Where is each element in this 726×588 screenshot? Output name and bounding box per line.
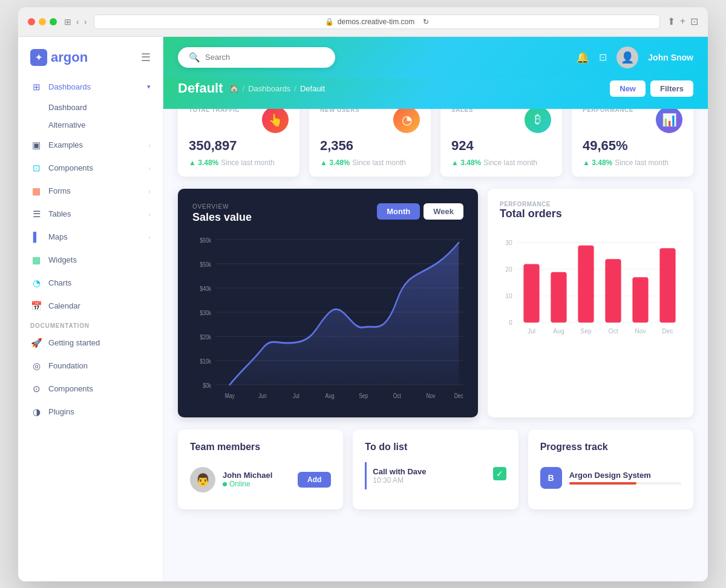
avatar: 👤 <box>616 47 638 68</box>
header-icons: 🔔 ⊡ 👤 John Snow <box>576 47 693 68</box>
svg-rect-32 <box>578 245 594 322</box>
url-bar[interactable]: 🔒 demos.creative-tim.com ↻ <box>94 15 659 29</box>
todo-check-icon[interactable]: ✓ <box>493 467 506 480</box>
search-input[interactable] <box>205 53 324 62</box>
stat-value: 350,897 <box>189 138 289 154</box>
url-text: demos.creative-tim.com <box>338 18 414 26</box>
chart-title-area: OVERVIEW Sales value <box>192 203 252 224</box>
breadcrumb-dashboards[interactable]: Dashboards <box>248 84 290 93</box>
sidebar: ✦ argon ☰ ⊞ Dashboards ▾ Dashboard Alter… <box>18 37 163 581</box>
sidebar-item-getting-started[interactable]: 🚀 Getting started <box>18 332 163 354</box>
svg-text:Oct: Oct <box>393 391 401 399</box>
stat-card-traffic: TOTAL TRAFFIC 👆 350,897 ▲ 3.48% Since la… <box>178 109 299 177</box>
stat-card-users: NEW USERS ◔ 2,356 ▲ 3.48% Since last mon… <box>309 109 431 177</box>
close-button[interactable] <box>28 18 35 25</box>
stats-row: TOTAL TRAFFIC 👆 350,897 ▲ 3.48% Since la… <box>178 109 693 177</box>
sidebar-item-components[interactable]: ⊡ Components › <box>18 157 163 180</box>
sidebar-item-tables[interactable]: ☰ Tables › <box>18 203 163 226</box>
stat-change: ▲ 3.48% Since last month <box>320 158 420 167</box>
sidebar-item-calendar[interactable]: 📅 Calendar <box>18 295 163 318</box>
forward-icon[interactable]: › <box>84 17 87 27</box>
svg-text:0: 0 <box>509 319 512 325</box>
chevron-right-icon: › <box>148 142 151 149</box>
sales-chart-area: $60k $50k $40k $30k $20k $10k $0k May Ju… <box>192 234 463 403</box>
sidebar-toggle-icon[interactable]: ⊞ <box>64 17 71 27</box>
tabs-icon[interactable]: ⊡ <box>690 16 698 27</box>
member-name: John Michael <box>223 471 290 480</box>
svg-text:$0k: $0k <box>203 381 211 388</box>
svg-text:Sep: Sep <box>580 327 592 334</box>
sidebar-item-maps[interactable]: ▌ Maps › <box>18 226 163 249</box>
minimize-button[interactable] <box>39 18 46 25</box>
sidebar-item-dashboards[interactable]: ⊞ Dashboards ▾ <box>18 76 163 99</box>
lock-icon: 🔒 <box>325 18 334 26</box>
tab-week[interactable]: Week <box>424 203 463 220</box>
screen-icon[interactable]: ⊡ <box>599 51 607 63</box>
orders-header: PERFORMANCE Total orders <box>500 201 681 220</box>
progress-info: Argon Design System <box>569 471 681 485</box>
stat-header: PERFORMANCE 📊 <box>583 109 682 133</box>
sidebar-item-label: Components <box>48 384 151 393</box>
breadcrumb-default: Default <box>300 84 325 93</box>
change-label: Since last month <box>483 158 537 167</box>
sidebar-item-dashboard[interactable]: Dashboard <box>18 99 163 116</box>
svg-text:May: May <box>225 391 235 399</box>
progress-item-icon: B <box>540 467 562 489</box>
sidebar-item-widgets[interactable]: ▩ Widgets <box>18 249 163 272</box>
progress-item: B Argon Design System <box>540 462 681 494</box>
stat-change: ▲ 3.48% Since last month <box>583 158 682 167</box>
team-member: 👨 John Michael Online Add <box>190 462 331 497</box>
sidebar-item-forms[interactable]: ▦ Forms › <box>18 180 163 203</box>
chart-overview-label: OVERVIEW <box>192 203 252 210</box>
svg-text:10: 10 <box>505 292 512 299</box>
browser-traffic-lights <box>28 18 57 25</box>
svg-text:$50k: $50k <box>200 260 211 267</box>
search-box[interactable]: 🔍 <box>178 47 335 68</box>
share-icon[interactable]: ⬆ <box>667 16 675 27</box>
home-icon[interactable]: 🏠 <box>229 84 239 93</box>
stat-card-sales: SALES ₿ 924 ▲ 3.48% Since last month <box>440 109 562 177</box>
maps-icon: ▌ <box>30 231 42 243</box>
sidebar-item-alternative[interactable]: Alternative <box>18 116 163 134</box>
filters-button[interactable]: Filters <box>650 80 693 97</box>
tables-icon: ☰ <box>30 208 42 220</box>
svg-text:Nov: Nov <box>635 327 646 334</box>
change-value: ▲ 3.48% <box>189 158 218 167</box>
stat-icon-performance: 📊 <box>656 109 682 133</box>
widgets-icon: ▩ <box>30 254 42 266</box>
sidebar-item-examples[interactable]: ▣ Examples › <box>18 134 163 157</box>
progress-bar-fill <box>569 482 636 485</box>
app-container: ✦ argon ☰ ⊞ Dashboards ▾ Dashboard Alter… <box>18 37 708 581</box>
sidebar-item-charts[interactable]: ◔ Charts <box>18 272 163 295</box>
new-button[interactable]: New <box>610 80 646 97</box>
back-icon[interactable]: ‹ <box>76 17 79 27</box>
notification-icon[interactable]: 🔔 <box>576 51 589 64</box>
stat-header: SALES ₿ <box>451 109 551 133</box>
change-label: Since last month <box>615 158 669 167</box>
menu-toggle-icon[interactable]: ☰ <box>141 51 151 64</box>
maximize-button[interactable] <box>50 18 57 25</box>
sidebar-item-label: Getting started <box>48 338 151 347</box>
stat-icon-traffic: 👆 <box>262 109 289 133</box>
sidebar-item-components-doc[interactable]: ⊙ Components <box>18 377 163 400</box>
dashboards-icon: ⊞ <box>30 81 42 93</box>
stat-change: ▲ 3.48% Since last month <box>189 158 289 167</box>
team-members-card: Team members 👨 John Michael Online Add <box>178 430 343 509</box>
svg-text:Dec: Dec <box>662 327 673 334</box>
breadcrumb-area: Default 🏠 / Dashboards / Default New Fil… <box>163 78 708 109</box>
status-label: Online <box>229 480 250 488</box>
tab-month[interactable]: Month <box>377 203 420 220</box>
new-tab-icon[interactable]: + <box>680 16 685 27</box>
chevron-right-icon: › <box>148 165 151 172</box>
sidebar-item-foundation[interactable]: ◎ Foundation <box>18 354 163 377</box>
reload-icon[interactable]: ↻ <box>423 18 429 26</box>
change-value: ▲ 3.48% <box>320 158 350 167</box>
stat-card-performance: PERFORMANCE 📊 49,65% ▲ 3.48% Since last … <box>572 109 693 177</box>
components-doc-icon: ⊙ <box>30 383 42 395</box>
sidebar-item-label: Examples <box>48 140 142 149</box>
user-name: John Snow <box>648 53 693 62</box>
top-header-area: 🔍 🔔 ⊡ 👤 John Snow Default <box>163 37 708 109</box>
add-member-button[interactable]: Add <box>298 472 331 488</box>
sidebar-item-plugins[interactable]: ◑ Plugins <box>18 400 163 423</box>
svg-text:Oct: Oct <box>608 327 618 334</box>
